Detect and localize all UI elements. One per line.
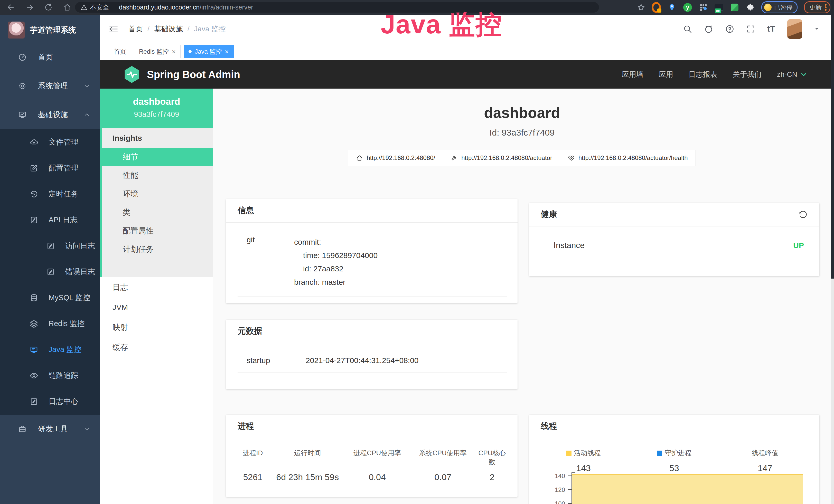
database-icon (29, 294, 38, 302)
sba-nav-details[interactable]: 细节 (100, 147, 213, 166)
insights-group-label: Insights (112, 129, 142, 147)
tag-view-bar: 首页 Redis 监控 × Java 监控 × (100, 43, 834, 60)
annotation-text: Java 监控 (381, 7, 502, 42)
app-title: 芋道管理系统 (30, 25, 76, 36)
browser-update-button[interactable]: 更新 (804, 1, 830, 13)
browser-extension-icon[interactable] (730, 3, 739, 12)
history-icon[interactable] (798, 209, 808, 219)
browser-reload-icon[interactable] (44, 3, 53, 12)
sidebar-item-java-monitor[interactable]: Java 监控 (0, 337, 100, 363)
briefcase-icon (18, 425, 27, 433)
url-path: /infra/admin-server (200, 4, 253, 11)
browser-extension-icon[interactable]: y (683, 3, 692, 12)
sba-locale-select[interactable]: zh-CN (777, 70, 807, 78)
sba-nav-applications[interactable]: 应用 (659, 70, 673, 79)
process-table-headers: 进程ID 运行时间 进程CPU使用率 系统CPU使用率 CPU核心数 (226, 438, 518, 466)
divider (238, 372, 507, 373)
y-axis-cap (571, 473, 575, 473)
sba-nav-wallboard[interactable]: 应用墙 (622, 70, 643, 79)
sidebar-item-infra[interactable]: 基础设施 (0, 100, 100, 129)
user-avatar[interactable] (787, 19, 802, 39)
screen-monitor-icon (29, 345, 38, 354)
sidebar-item-trace[interactable]: 链路追踪 (0, 363, 100, 388)
process-id-value: 5261 (235, 472, 270, 482)
sidebar-item-access-log[interactable]: 访问日志 (0, 233, 100, 259)
sidebar-collapse-icon[interactable] (108, 24, 119, 34)
sba-nav-config-props[interactable]: 配置属性 (100, 222, 213, 240)
scrollbar-thumb[interactable] (831, 0, 834, 279)
sba-main-content: dashboard Id: 93a3fc7f7409 http://192.16… (213, 89, 831, 504)
sidebar-item-config-manage[interactable]: 配置管理 (0, 155, 100, 181)
sidebar-item-system[interactable]: 系统管理 (0, 72, 100, 100)
service-url-button[interactable]: http://192.168.0.2:48080/ (348, 150, 443, 166)
sidebar-item-mysql-monitor[interactable]: MySQL 监控 (0, 285, 100, 311)
actuator-url-button[interactable]: http://192.168.0.2:48080/actuator (443, 150, 560, 166)
breadcrumb-section[interactable]: 基础设施 (154, 24, 183, 34)
fullscreen-icon[interactable] (746, 24, 755, 33)
browser-scrollbar[interactable] (831, 0, 834, 504)
sba-nav-mappings[interactable]: 映射 (100, 317, 213, 337)
font-size-icon[interactable]: tT (767, 24, 775, 33)
caret-down-icon[interactable] (814, 26, 820, 32)
sba-nav-jvm[interactable]: JVM (100, 297, 213, 317)
browser-home-icon[interactable] (63, 3, 71, 12)
sba-nav-scheduled-tasks[interactable]: 计划任务 (100, 240, 213, 258)
browser-extension-icon[interactable] (699, 3, 708, 12)
sidebar-item-scheduled-jobs[interactable]: 定时任务 (0, 181, 100, 207)
eye-icon (29, 371, 38, 380)
health-url-button[interactable]: http://192.168.0.2:48080/actuator/health (560, 150, 696, 166)
threads-area-chart: 140 120 100 (540, 473, 810, 504)
bookmark-star-icon[interactable] (637, 3, 645, 12)
sba-nav-metrics[interactable]: 性能 (100, 166, 213, 185)
history-icon (29, 190, 38, 199)
browser-back-icon[interactable] (7, 3, 15, 12)
search-icon[interactable] (683, 24, 692, 33)
sidebar-item-home[interactable]: 首页 (0, 43, 100, 72)
sba-nav-classes[interactable]: 类 (100, 203, 213, 222)
address-bar[interactable]: 不安全 dashboard.yudao.iocoder.cn/infra/adm… (75, 2, 599, 13)
info-card: 信息 git commit: time: 1596289704000 id: 2… (226, 199, 518, 303)
browser-extension-icon[interactable] (652, 3, 661, 12)
tag-home[interactable]: 首页 (109, 45, 131, 58)
github-icon[interactable] (704, 24, 713, 33)
sba-brand-title[interactable]: Spring Boot Admin (147, 69, 240, 81)
help-icon[interactable] (725, 24, 734, 33)
browser-menu-kebab-icon[interactable] (825, 3, 827, 12)
browser-extension-puzzle-icon[interactable] (746, 3, 755, 12)
tag-java-monitor[interactable]: Java 监控 × (184, 45, 234, 58)
instance-header[interactable]: dashboard 93a3fc7f7409 (100, 89, 213, 129)
close-icon[interactable]: × (225, 48, 229, 55)
instance-id: 93a3fc7f7409 (100, 110, 213, 119)
breadcrumb-current: Java 监控 (194, 24, 226, 34)
page-title: dashboard (213, 104, 831, 121)
tag-redis-monitor[interactable]: Redis 监控 × (134, 45, 180, 58)
sba-nav-environment[interactable]: 环境 (100, 185, 213, 203)
sba-nav-logs[interactable]: 日志 (100, 277, 213, 297)
uptime-value: 6d 23h 15m 59s (270, 472, 345, 482)
edit-square-icon (29, 164, 38, 173)
sba-nav-caches[interactable]: 缓存 (100, 337, 213, 358)
health-card: 健康 Instance UP (529, 203, 819, 276)
sidebar-item-error-log[interactable]: 错误日志 (0, 259, 100, 285)
home-icon (356, 155, 363, 161)
sba-nav-journal[interactable]: 日志报表 (688, 70, 717, 79)
browser-extension-icon[interactable] (667, 3, 677, 12)
instance-name: dashboard (100, 96, 213, 107)
close-icon[interactable]: × (172, 48, 176, 55)
y-axis-tick-label: 140 (540, 473, 565, 480)
chevron-down-icon (84, 83, 90, 89)
sidebar-item-file-manage[interactable]: 文件管理 (0, 129, 100, 155)
log-edit-icon (29, 397, 38, 406)
breadcrumb-home[interactable]: 首页 (128, 24, 143, 34)
sidebar-item-api-log[interactable]: API 日志 (0, 207, 100, 233)
browser-extension-icon[interactable]: on (714, 3, 724, 12)
metadata-label-startup: startup (247, 356, 306, 365)
paused-extension-badge[interactable]: 已暂停 (761, 1, 797, 13)
live-threads-value: 143 (538, 463, 629, 473)
sidebar-item-dev-tools[interactable]: 研发工具 (0, 415, 100, 443)
sidebar-item-log-center[interactable]: 日志中心 (0, 388, 100, 414)
sba-nav-about[interactable]: 关于我们 (733, 70, 762, 79)
app-logo-row[interactable]: 芋道管理系统 (0, 15, 100, 45)
sidebar-item-redis-monitor[interactable]: Redis 监控 (0, 311, 100, 337)
browser-forward-icon[interactable] (25, 3, 34, 12)
